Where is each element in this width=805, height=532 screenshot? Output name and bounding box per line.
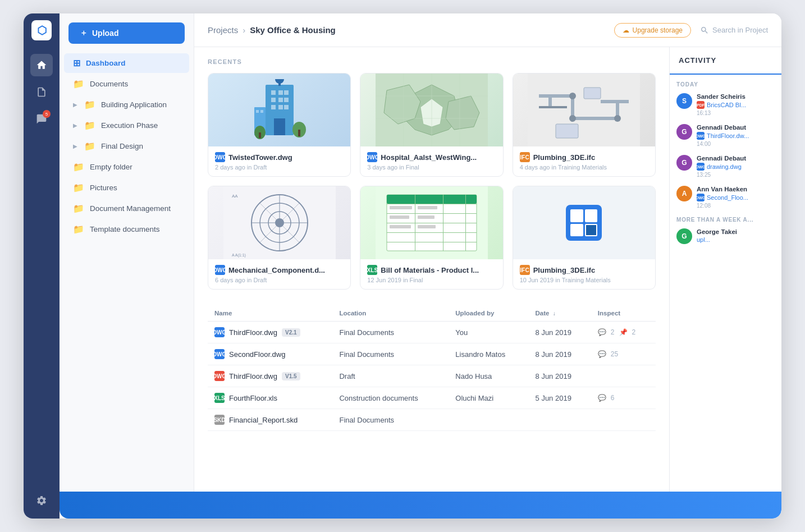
file-type-icon: DWG bbox=[214, 327, 225, 337]
svg-rect-60 bbox=[465, 195, 466, 251]
table-row[interactable]: DWG ThirdFloor.dwg V1.5 Draft Nado Husa … bbox=[208, 365, 656, 387]
svg-rect-61 bbox=[390, 206, 412, 209]
search-button[interactable]: Search in Project bbox=[700, 26, 768, 35]
sidebar-item-label: Execution Phase bbox=[101, 121, 158, 130]
svg-rect-54 bbox=[387, 213, 477, 214]
bsws-icon bbox=[566, 205, 602, 241]
col-date[interactable]: Date ↓ bbox=[529, 305, 591, 322]
file-type-icon: PDF bbox=[697, 101, 705, 109]
activity-avatar: G bbox=[676, 124, 692, 140]
card-thumbnail bbox=[208, 74, 350, 146]
sidebar-item-document-management[interactable]: 📁 Document Management bbox=[64, 199, 189, 218]
svg-text:AA: AA bbox=[232, 194, 238, 199]
file-card[interactable]: IFC Plumbing_3DE.ifc 4 days ago in Train… bbox=[513, 73, 656, 177]
file-type-icon: XLS bbox=[367, 265, 377, 275]
card-info: XLS Bill of Materials - Product l... 12 … bbox=[360, 259, 502, 289]
file-name: ThirdFloor.dwg bbox=[229, 372, 277, 380]
rail-home[interactable] bbox=[30, 54, 53, 76]
activity-user: George Takei bbox=[697, 228, 775, 235]
card-filename-text: Plumbing_3DE.ifc bbox=[533, 266, 596, 274]
file-location: Final Documents bbox=[332, 322, 449, 343]
svg-text:A  A(1:1): A A(1:1) bbox=[232, 253, 246, 258]
chevron-right-icon: ▶ bbox=[73, 143, 77, 149]
sidebar-item-label: Template documents bbox=[90, 225, 160, 233]
activity-today-label: TODAY bbox=[676, 81, 775, 88]
svg-point-34 bbox=[569, 93, 576, 99]
sidebar-item-template-documents[interactable]: 📁 Template documents bbox=[64, 219, 189, 239]
card-meta: 6 days ago in Draft bbox=[215, 277, 344, 283]
file-uploader: Lisandro Matos bbox=[449, 343, 528, 365]
upgrade-storage-button[interactable]: ☁ Upgrade storage bbox=[614, 23, 691, 38]
card-thumbnail: AA A A(1:1) bbox=[208, 186, 350, 259]
sidebar-item-empty-folder[interactable]: 📁 Empty folder bbox=[64, 157, 189, 177]
file-card[interactable]: DWG Hospital_Aalst_WestWing... 3 days ag… bbox=[360, 73, 503, 177]
col-name[interactable]: Name bbox=[208, 305, 332, 322]
dashboard-icon: ⊞ bbox=[73, 58, 80, 68]
inspect-cell: 💬 2 📌 2 bbox=[598, 328, 649, 336]
upgrade-icon: ☁ bbox=[623, 26, 629, 34]
file-card[interactable]: IFC Plumbing_3DE.ifc 10 Jun 2019 in Trai… bbox=[513, 186, 656, 290]
activity-detail: Sander Scheiris PDF BricsCAD BI... 16:13 bbox=[697, 93, 775, 116]
svg-rect-26 bbox=[528, 74, 640, 146]
sidebar-item-documents[interactable]: 📁 Documents bbox=[64, 74, 189, 94]
col-inspect[interactable]: Inspect bbox=[591, 305, 656, 322]
svg-rect-1 bbox=[271, 90, 276, 95]
rail-files[interactable] bbox=[30, 81, 53, 103]
sidebar-item-final-design[interactable]: ▶ 📁 Final Design bbox=[64, 136, 189, 156]
file-date: 8 Jun 2019 bbox=[529, 322, 591, 343]
sort-arrow-icon: ↓ bbox=[553, 310, 556, 317]
svg-rect-53 bbox=[387, 204, 477, 204]
svg-rect-8 bbox=[278, 105, 283, 109]
upload-label: Upload bbox=[92, 29, 118, 38]
svg-rect-52 bbox=[387, 195, 477, 204]
activity-user: Sander Scheiris bbox=[697, 93, 775, 100]
folder-icon: 📁 bbox=[84, 141, 95, 152]
activity-file: PDF BricsCAD BI... bbox=[697, 101, 775, 109]
card-meta: 2 days ago in Draft bbox=[215, 164, 344, 171]
activity-panel: ACTIVITY TODAY S Sander Scheiris PDF Bri… bbox=[669, 47, 781, 519]
rail-messages[interactable]: 5 bbox=[30, 108, 53, 130]
table-row[interactable]: DWG ThirdFloor.dwg V2.1 Final Documents … bbox=[208, 322, 656, 343]
sidebar-item-building-application[interactable]: ▶ 📁 Building Application bbox=[64, 95, 189, 114]
inspect-cell: 💬 25 bbox=[598, 350, 649, 358]
activity-body: TODAY S Sander Scheiris PDF BricsCAD BI.… bbox=[670, 75, 781, 519]
comment-icon: 💬 bbox=[598, 394, 606, 402]
table-row[interactable]: XLS FourthFloor.xls Construction documen… bbox=[208, 387, 656, 409]
file-date bbox=[529, 409, 591, 431]
file-type-icon: DWG bbox=[697, 132, 705, 140]
svg-rect-57 bbox=[387, 242, 477, 242]
file-uploader: Oluchi Mazi bbox=[449, 387, 528, 409]
file-date: 5 Jun 2019 bbox=[529, 387, 591, 409]
file-card[interactable]: AA A A(1:1) DWG Mechanical_Component.d..… bbox=[208, 186, 351, 290]
file-name: ThirdFloor.dwg bbox=[229, 328, 277, 337]
svg-rect-17 bbox=[259, 132, 261, 138]
rail-settings[interactable] bbox=[30, 489, 53, 512]
brand-icon: ⬡ bbox=[37, 24, 47, 37]
sidebar-item-dashboard[interactable]: ⊞ Dashboard bbox=[64, 53, 189, 73]
sidebar-item-pictures[interactable]: 📁 Pictures bbox=[64, 178, 189, 198]
breadcrumb-root[interactable]: Projects bbox=[208, 25, 238, 35]
file-card[interactable]: DWG TwistedTower.dwg 2 days ago in Draft bbox=[208, 73, 351, 177]
card-info: IFC Plumbing_3DE.ifc 4 days ago in Train… bbox=[513, 146, 655, 176]
message-badge: 5 bbox=[43, 110, 51, 118]
main-content: Projects › Sky Office & Housing ☁ Upgrad… bbox=[194, 13, 781, 519]
table-row[interactable]: DWG SecondFloor.dwg Final Documents Lisa… bbox=[208, 343, 656, 365]
activity-avatar: G bbox=[676, 228, 692, 244]
col-location[interactable]: Location bbox=[332, 305, 449, 322]
avatar-initial: S bbox=[682, 97, 687, 105]
breadcrumb-current: Sky Office & Housing bbox=[250, 25, 336, 35]
activity-detail: Gennadi Debaut DWG ThirdFloor.dw... 14:0… bbox=[697, 124, 775, 147]
activity-more-label: MORE THAN A WEEK A... bbox=[676, 217, 775, 223]
activity-file-name: BricsCAD BI... bbox=[707, 102, 746, 108]
col-uploaded-by[interactable]: Uploaded by bbox=[449, 305, 528, 322]
inspect-cell bbox=[591, 365, 656, 387]
file-type-icon: DWG bbox=[697, 194, 705, 201]
upload-button[interactable]: ＋ Upload bbox=[68, 22, 185, 44]
upgrade-label: Upgrade storage bbox=[633, 26, 683, 34]
files-table: Name Location Uploaded by Date ↓ Inspect bbox=[208, 305, 656, 431]
table-row[interactable]: SKD Financial_Report.skd Final Documents bbox=[208, 409, 656, 431]
file-uploader: You bbox=[449, 322, 528, 343]
pin-count: 2 bbox=[632, 328, 636, 336]
sidebar-item-execution-phase[interactable]: ▶ 📁 Execution Phase bbox=[64, 116, 189, 135]
file-card[interactable]: XLS Bill of Materials - Product l... 12 … bbox=[360, 186, 503, 290]
